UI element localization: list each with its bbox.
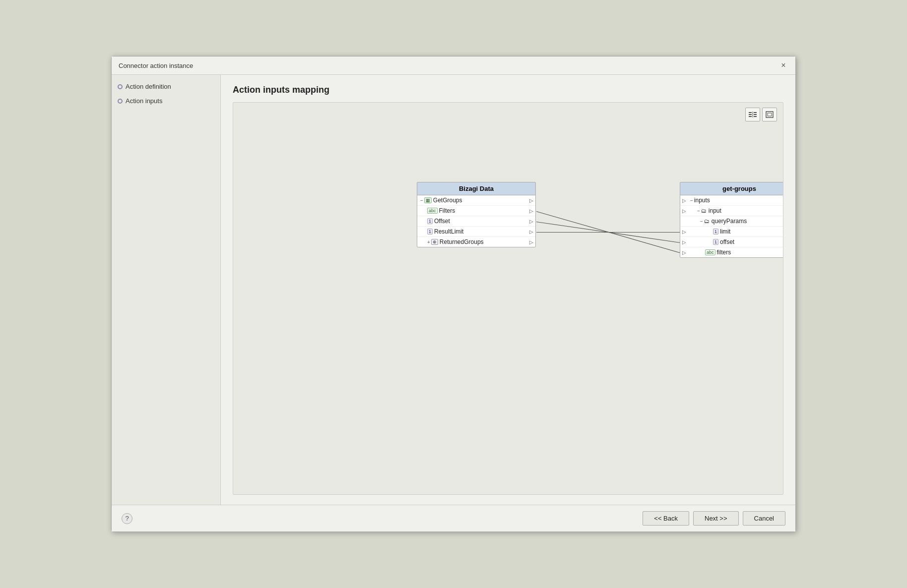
row-label: queryParams [712, 218, 747, 225]
sidebar-item-action-inputs[interactable]: Action inputs [118, 97, 214, 105]
footer-left: ? [122, 513, 132, 524]
row-label: limit [720, 228, 730, 235]
abc-badge-icon: abc [705, 249, 715, 255]
table-row[interactable]: ▷ − 🗂 input [680, 206, 783, 216]
expand-icon: − [697, 208, 700, 214]
row-label: filters [717, 249, 731, 256]
svg-rect-0 [749, 112, 752, 113]
row-label: ReturnedGroups [440, 238, 484, 245]
plus-badge-icon: ⊕ [431, 239, 438, 245]
bullet-icon-2 [118, 99, 123, 104]
toolbar-layout-button[interactable] [745, 108, 760, 121]
dialog-body: Action definition Action inputs Action i… [112, 75, 795, 505]
toolbar-icons [745, 108, 777, 121]
row-label: inputs [694, 197, 710, 204]
svg-rect-5 [754, 116, 757, 117]
sidebar: Action definition Action inputs [112, 75, 221, 505]
title-bar: Connector action instance × [112, 57, 795, 75]
next-button[interactable]: Next >> [693, 511, 739, 526]
help-button[interactable]: ? [122, 513, 132, 524]
table-row[interactable]: − 🗂 queryParams [680, 216, 783, 227]
sidebar-item-action-definition[interactable]: Action definition [118, 83, 214, 90]
expand-icon-2: + [427, 239, 430, 245]
sidebar-label-action-inputs: Action inputs [126, 97, 162, 105]
right-arrow-icon: ▷ [529, 229, 533, 235]
svg-rect-1 [749, 114, 752, 115]
svg-rect-8 [768, 113, 772, 116]
row-label: offset [720, 238, 734, 245]
dialog-title: Connector action instance [119, 62, 193, 69]
left-arrow-icon: ▷ [682, 198, 686, 203]
right-arrow-icon: ▷ [529, 239, 533, 245]
one-badge-icon: 1 [713, 229, 718, 235]
svg-rect-7 [766, 112, 773, 118]
table-row[interactable]: − ▦ GetGroups ▷ [417, 195, 535, 206]
svg-rect-4 [754, 114, 757, 115]
expand-icon: − [420, 198, 423, 203]
row-label: input [709, 207, 721, 214]
get-groups-table: get-groups ▷ − inputs ▷ − 🗂 input [680, 182, 783, 258]
table-row[interactable]: ▷ − inputs [680, 195, 783, 206]
right-arrow-icon: ▷ [529, 208, 533, 214]
dialog: Connector action instance × Action defin… [111, 56, 796, 532]
row-label: ResultLimit [434, 228, 463, 235]
connector-lines [233, 103, 783, 494]
table-row[interactable]: + ⊕ ReturnedGroups ▷ [417, 237, 535, 247]
row-icon: 🗂 [701, 208, 707, 214]
table-row[interactable]: abc Filters ▷ [417, 206, 535, 216]
table-row[interactable]: ▷ 1 limit [680, 227, 783, 237]
back-button[interactable]: << Back [643, 511, 689, 526]
table-row[interactable]: ▷ abc filters [680, 247, 783, 257]
one-badge-icon-2: 1 [713, 239, 718, 245]
footer: ? << Back Next >> Cancel [112, 505, 795, 531]
right-arrow-icon: ▷ [529, 198, 533, 203]
sidebar-label-action-definition: Action definition [126, 83, 171, 90]
left-arrow-icon: ▷ [682, 208, 686, 214]
toolbar-fit-button[interactable] [762, 108, 777, 121]
left-arrow-icon: ▷ [682, 250, 686, 255]
row-label: Offset [434, 218, 450, 225]
table-row[interactable]: 1 ResultLimit ▷ [417, 227, 535, 237]
bizagi-data-table: Bizagi Data − ▦ GetGroups ▷ abc Filters … [417, 182, 536, 247]
table-row[interactable]: 1 Offset ▷ [417, 216, 535, 227]
row-label: GetGroups [433, 197, 462, 204]
page-title: Action inputs mapping [233, 85, 783, 95]
one-badge-icon: 1 [427, 218, 433, 224]
abc-badge-icon: abc [427, 208, 438, 214]
grid-badge-icon: ▦ [424, 197, 432, 203]
mapping-area: Bizagi Data − ▦ GetGroups ▷ abc Filters … [233, 102, 783, 495]
left-arrow-icon: ▷ [682, 239, 686, 245]
left-arrow-icon: ▷ [682, 229, 686, 235]
svg-rect-3 [754, 112, 757, 113]
expand-icon: − [700, 219, 703, 224]
row-icon: 🗂 [704, 218, 710, 224]
one-badge-icon-2: 1 [427, 229, 433, 235]
right-arrow-icon: ▷ [529, 219, 533, 224]
bullet-icon [118, 84, 123, 89]
svg-line-9 [536, 212, 680, 253]
cancel-button[interactable]: Cancel [743, 511, 785, 526]
svg-rect-2 [749, 116, 752, 117]
bizagi-table-header: Bizagi Data [417, 182, 535, 195]
main-content: Action inputs mapping [221, 75, 795, 505]
close-button[interactable]: × [778, 60, 788, 70]
row-label: Filters [439, 207, 455, 214]
svg-line-10 [536, 222, 680, 243]
expand-icon: − [690, 198, 693, 203]
table-row[interactable]: ▷ 1 offset [680, 237, 783, 247]
footer-right: << Back Next >> Cancel [643, 511, 785, 526]
get-groups-table-header: get-groups [680, 182, 783, 195]
